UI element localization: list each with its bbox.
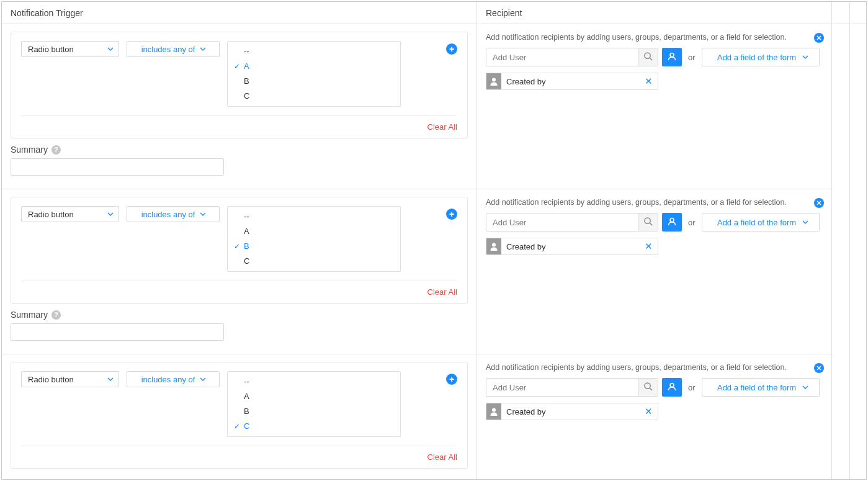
search-user-button[interactable] xyxy=(638,48,658,66)
field-select[interactable]: Radio button xyxy=(21,371,119,387)
add-user-control xyxy=(486,213,658,232)
value-option[interactable]: A xyxy=(228,224,400,239)
value-option[interactable]: B xyxy=(228,239,400,254)
help-icon[interactable]: ? xyxy=(51,145,61,155)
recipient-chip-label: Created by xyxy=(506,407,640,416)
search-user-button[interactable] xyxy=(638,214,658,231)
field-select[interactable]: Radio button xyxy=(21,206,119,222)
value-option[interactable]: -- xyxy=(228,44,400,59)
operator-select[interactable]: includes any of xyxy=(127,371,220,387)
recipient-column-header: Recipient xyxy=(477,2,831,24)
recipient-row: Add notification recipients by adding us… xyxy=(477,354,831,480)
delete-row-button[interactable] xyxy=(814,198,824,208)
plus-icon: + xyxy=(449,209,454,219)
add-condition-button[interactable]: + xyxy=(446,43,457,55)
search-icon xyxy=(643,382,653,393)
chevron-down-icon xyxy=(200,47,206,51)
svg-point-4 xyxy=(645,218,650,223)
svg-line-1 xyxy=(650,58,652,60)
svg-point-2 xyxy=(670,53,674,56)
avatar-icon xyxy=(486,73,501,89)
clear-all-button[interactable]: Clear All xyxy=(427,452,457,462)
value-option[interactable]: A xyxy=(228,389,400,404)
add-user-input[interactable] xyxy=(486,379,638,396)
condition-card: Radio button includes any of --ABC + xyxy=(11,197,468,303)
pick-group-button[interactable] xyxy=(662,213,682,232)
recipient-row: Add notification recipients by adding us… xyxy=(477,189,831,354)
chevron-down-icon xyxy=(107,47,114,51)
operator-select[interactable]: includes any of xyxy=(127,206,220,222)
trigger-column: Notification Trigger Radio button includ… xyxy=(2,2,477,479)
value-option[interactable]: C xyxy=(228,254,400,269)
notification-config-panel: Notification Trigger Radio button includ… xyxy=(1,1,867,480)
svg-point-7 xyxy=(492,243,496,247)
close-icon: ✕ xyxy=(645,406,653,416)
summary-block: Summary ? xyxy=(2,141,477,184)
add-condition-button[interactable]: + xyxy=(446,374,457,385)
value-option[interactable]: B xyxy=(228,74,400,89)
delete-row-button[interactable] xyxy=(814,33,824,43)
field-select[interactable]: Radio button xyxy=(21,41,119,57)
or-label: or xyxy=(686,53,698,62)
value-option-label: -- xyxy=(244,377,249,386)
actions-column-header xyxy=(832,2,849,24)
add-user-input[interactable] xyxy=(486,48,638,66)
delete-row-button[interactable] xyxy=(814,363,824,373)
add-user-control xyxy=(486,48,658,66)
svg-point-6 xyxy=(670,218,674,222)
person-icon xyxy=(666,51,678,64)
search-user-button[interactable] xyxy=(638,379,658,396)
svg-line-9 xyxy=(650,388,652,390)
condition-card: Radio button includes any of --ABC + xyxy=(11,32,468,138)
plus-icon: + xyxy=(449,44,454,54)
value-option[interactable]: C xyxy=(228,419,400,434)
recipient-chip: Created by ✕ xyxy=(486,73,658,90)
pick-group-button[interactable] xyxy=(662,48,682,66)
add-form-field-button[interactable]: Add a field of the form xyxy=(702,378,820,397)
value-option-label: A xyxy=(244,227,249,236)
svg-point-11 xyxy=(492,408,496,412)
value-options-list: --ABC xyxy=(227,206,401,272)
add-condition-button[interactable]: + xyxy=(446,209,457,220)
add-form-field-button[interactable]: Add a field of the form xyxy=(702,213,820,232)
value-option-label: A xyxy=(244,392,249,401)
value-option-label: -- xyxy=(244,47,249,56)
recipient-chip: Created by ✕ xyxy=(486,238,658,255)
trigger-row: Radio button includes any of --ABC + xyxy=(2,24,477,189)
value-option-label: A xyxy=(244,61,249,71)
search-icon xyxy=(643,217,653,228)
recipient-hint: Add notification recipients by adding us… xyxy=(486,363,823,372)
value-option[interactable]: C xyxy=(228,89,400,104)
actions-column xyxy=(832,2,850,479)
recipient-chip: Created by ✕ xyxy=(486,403,658,420)
remove-recipient-button[interactable]: ✕ xyxy=(640,76,658,87)
clear-all-button[interactable]: Clear All xyxy=(427,122,457,132)
add-form-field-button[interactable]: Add a field of the form xyxy=(702,48,820,66)
value-option[interactable]: -- xyxy=(228,374,400,389)
summary-block: Summary ? xyxy=(2,306,477,349)
value-option[interactable]: A xyxy=(228,59,400,74)
clear-all-button[interactable]: Clear All xyxy=(427,287,457,297)
svg-point-3 xyxy=(492,78,496,82)
chevron-down-icon xyxy=(200,212,206,216)
chevron-down-icon xyxy=(802,220,808,224)
value-option[interactable]: B xyxy=(228,404,400,419)
trigger-row: Radio button includes any of --ABC + xyxy=(2,354,477,480)
value-option-label: B xyxy=(244,407,249,416)
add-user-input[interactable] xyxy=(486,214,638,231)
value-option[interactable]: -- xyxy=(228,209,400,224)
operator-select[interactable]: includes any of xyxy=(127,41,220,57)
remove-recipient-button[interactable]: ✕ xyxy=(640,406,658,417)
help-icon[interactable]: ? xyxy=(51,310,61,320)
trigger-column-header: Notification Trigger xyxy=(2,2,477,24)
summary-input[interactable] xyxy=(11,158,224,176)
spacer-column xyxy=(850,2,866,479)
remove-recipient-button[interactable]: ✕ xyxy=(640,241,658,252)
person-icon xyxy=(666,216,678,229)
recipient-row: Add notification recipients by adding us… xyxy=(477,24,831,189)
spacer-column-header xyxy=(850,2,867,24)
pick-group-button[interactable] xyxy=(662,378,682,397)
summary-input[interactable] xyxy=(11,323,224,341)
chevron-down-icon xyxy=(200,377,206,381)
value-options-list: --ABC xyxy=(227,371,401,437)
